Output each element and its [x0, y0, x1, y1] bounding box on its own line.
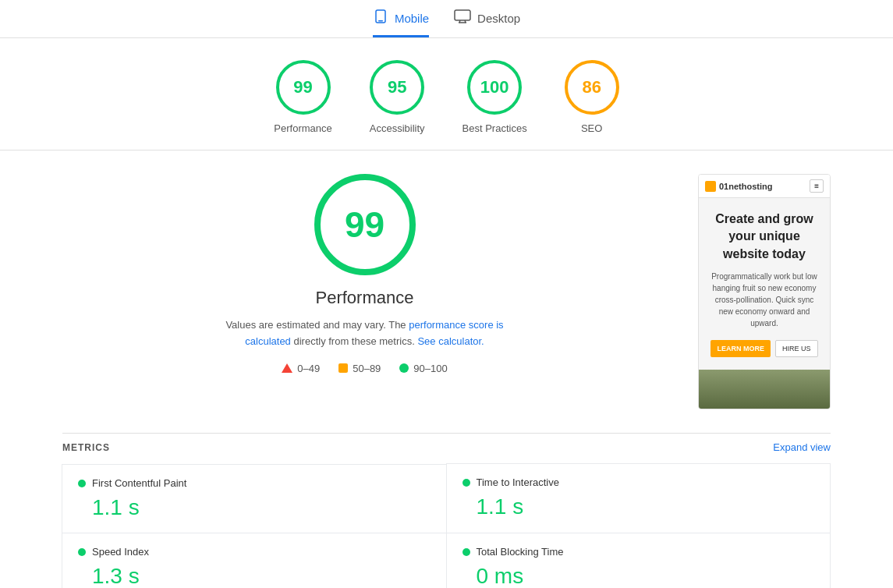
ad-card: 01nethosting ≡ Create and grow your uniq…: [698, 174, 831, 409]
metric-dot-tbt: [462, 548, 470, 556]
metric-fcp: First Contentful Paint 1.1 s: [62, 464, 447, 533]
svg-rect-2: [455, 10, 470, 20]
scores-row: 99 Performance 95 Accessibility 100 Best…: [0, 38, 893, 151]
score-best-practices: 100 Best Practices: [462, 60, 527, 134]
ad-section: 01nethosting ≡ Create and grow your uniq…: [698, 174, 831, 409]
legend-orange: 50–89: [338, 363, 381, 374]
tab-mobile-label: Mobile: [395, 12, 429, 25]
performance-section-title: Performance: [316, 288, 414, 308]
metric-tbt: Total Blocking Time 0 ms: [446, 533, 831, 588]
svg-rect-1: [378, 20, 383, 22]
metrics-header: METRICS Expand view: [62, 434, 831, 464]
score-seo: 86 SEO: [565, 60, 619, 134]
ad-body: Create and grow your unique website toda…: [699, 198, 830, 370]
tab-desktop-label: Desktop: [477, 12, 520, 25]
score-label-performance: Performance: [274, 122, 331, 134]
metric-tti: Time to Interactive 1.1 s: [446, 463, 831, 533]
score-accessibility: 95 Accessibility: [370, 60, 425, 134]
metric-name-fcp: First Contentful Paint: [92, 477, 186, 489]
score-label-accessibility: Accessibility: [370, 122, 425, 134]
performance-desc: Values are estimated and may vary. The p…: [209, 317, 521, 350]
legend-triangle-icon: [282, 363, 292, 373]
score-performance: 99 Performance: [274, 60, 331, 134]
ad-learn-more-button[interactable]: LEARN MORE: [711, 340, 771, 357]
ad-hire-us-button[interactable]: HIRE US: [775, 340, 818, 357]
calculator-link[interactable]: See calculator.: [417, 335, 484, 347]
metric-value-tti: 1.1 s: [462, 494, 815, 519]
metric-value-tbt: 0 ms: [462, 564, 815, 588]
tab-desktop[interactable]: Desktop: [454, 9, 520, 37]
mobile-icon: [373, 9, 388, 27]
metric-dot-tti: [462, 479, 470, 487]
metric-name-tti: Time to Interactive: [477, 476, 559, 488]
score-circle-accessibility: 95: [370, 60, 424, 115]
legend-circle-icon: [399, 363, 409, 373]
metrics-title: METRICS: [62, 442, 110, 453]
legend-row: 0–49 50–89 90–100: [282, 363, 447, 374]
ad-subtitle: Programmatically work but low hanging fr…: [708, 271, 820, 329]
big-score-circle: 99: [314, 174, 416, 275]
legend-red: 0–49: [282, 363, 320, 374]
tab-bar: Mobile Desktop: [0, 0, 893, 38]
metric-si: Speed Index 1.3 s: [62, 533, 447, 588]
desktop-icon: [454, 9, 471, 27]
score-label-best-practices: Best Practices: [462, 122, 527, 134]
performance-section: 99 Performance Values are estimated and …: [62, 174, 667, 409]
ad-menu-button[interactable]: ≡: [810, 179, 824, 193]
metrics-section: METRICS Expand view First Contentful Pai…: [0, 434, 893, 588]
tab-mobile[interactable]: Mobile: [373, 9, 429, 37]
ad-logo: 01nethosting: [705, 181, 772, 192]
score-circle-performance: 99: [276, 60, 331, 115]
ad-header: 01nethosting ≡: [699, 175, 830, 198]
metric-name-si: Speed Index: [92, 546, 149, 558]
score-circle-seo: 86: [565, 60, 619, 115]
metric-value-fcp: 1.1 s: [78, 495, 431, 520]
metric-dot-fcp: [78, 480, 86, 487]
ad-logo-icon: [705, 181, 716, 192]
legend-square-icon: [338, 363, 348, 373]
main-content: 99 Performance Values are estimated and …: [0, 151, 893, 433]
legend-green: 90–100: [399, 363, 447, 374]
metrics-grid: First Contentful Paint 1.1 s Time to Int…: [62, 464, 831, 588]
ad-image: [699, 370, 830, 409]
metric-dot-si: [78, 548, 86, 556]
expand-view-link[interactable]: Expand view: [773, 441, 831, 453]
ad-title: Create and grow your unique website toda…: [708, 211, 820, 263]
score-circle-best-practices: 100: [467, 60, 522, 115]
ad-buttons: LEARN MORE HIRE US: [708, 340, 820, 357]
metric-name-tbt: Total Blocking Time: [477, 546, 564, 558]
metric-value-si: 1.3 s: [78, 564, 431, 588]
score-label-seo: SEO: [581, 122, 602, 134]
